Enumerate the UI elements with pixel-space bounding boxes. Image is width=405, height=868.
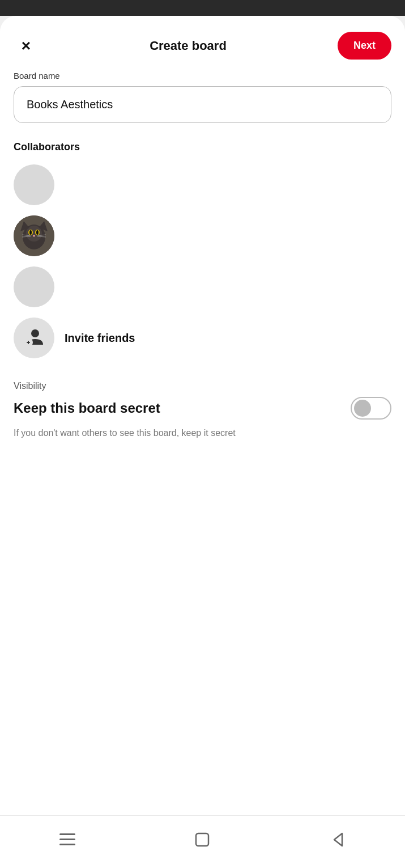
page-title: Create board xyxy=(150,39,227,53)
svg-point-6 xyxy=(36,230,39,235)
list-item xyxy=(14,266,391,307)
spacer3 xyxy=(0,485,405,508)
toggle-track xyxy=(351,397,391,420)
spacer xyxy=(0,440,405,463)
secret-toggle[interactable] xyxy=(351,397,391,420)
back-icon[interactable] xyxy=(325,827,350,852)
list-item xyxy=(14,215,391,256)
visibility-title: Keep this board secret xyxy=(14,400,160,416)
invite-friends-item[interactable]: Invite friends xyxy=(14,317,391,358)
collaborator-list: Invite friends xyxy=(14,164,391,358)
modal-card: × Create board Next Board name Collabora… xyxy=(0,16,405,868)
spacer2 xyxy=(0,463,405,485)
invite-friends-label: Invite friends xyxy=(65,332,135,345)
svg-point-5 xyxy=(29,230,32,235)
menu-icon[interactable] xyxy=(55,827,80,852)
board-name-label: Board name xyxy=(14,71,391,81)
collaborators-section: Collaborators xyxy=(0,123,405,358)
collaborators-label: Collaborators xyxy=(14,141,391,153)
status-bar xyxy=(0,0,405,16)
svg-point-7 xyxy=(33,235,35,237)
avatar xyxy=(14,164,54,205)
home-icon[interactable] xyxy=(190,827,215,852)
board-name-input[interactable] xyxy=(14,86,391,123)
next-button[interactable]: Next xyxy=(338,32,391,60)
toggle-knob xyxy=(354,400,371,417)
visibility-row: Keep this board secret xyxy=(14,397,391,420)
list-item xyxy=(14,164,391,205)
avatar-image xyxy=(14,215,54,256)
svg-rect-21 xyxy=(196,833,208,846)
visibility-description: If you don't want others to see this boa… xyxy=(14,426,391,440)
svg-rect-18 xyxy=(59,833,75,835)
avatar xyxy=(14,215,54,256)
avatar xyxy=(14,266,54,307)
visibility-section: Visibility Keep this board secret If you… xyxy=(0,358,405,440)
svg-rect-20 xyxy=(59,844,75,845)
svg-rect-19 xyxy=(59,839,75,840)
svg-point-14 xyxy=(31,329,39,337)
bottom-nav xyxy=(0,815,405,868)
close-button[interactable]: × xyxy=(14,33,39,58)
svg-rect-17 xyxy=(28,341,29,344)
svg-marker-22 xyxy=(334,833,342,846)
phone-container: × Create board Next Board name Collabora… xyxy=(0,0,405,868)
header: × Create board Next xyxy=(0,16,405,71)
visibility-label: Visibility xyxy=(14,381,391,391)
invite-icon xyxy=(14,317,54,358)
board-name-section: Board name xyxy=(0,71,405,123)
